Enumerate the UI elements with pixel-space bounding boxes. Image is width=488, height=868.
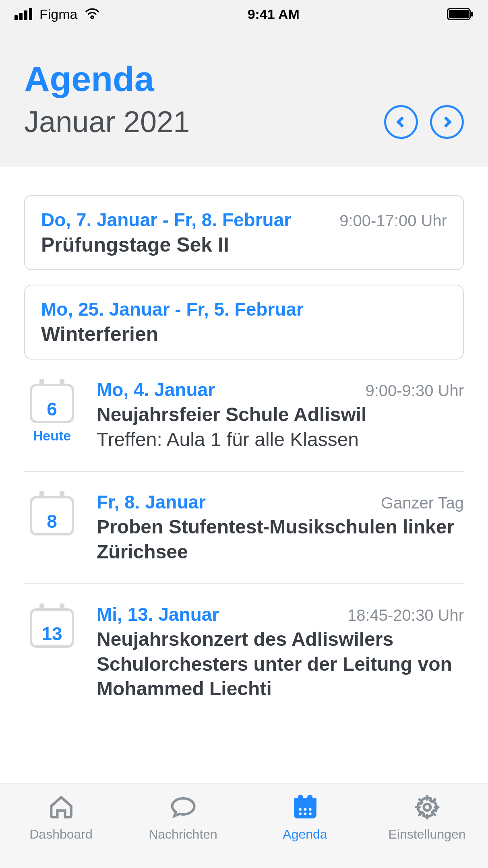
gear-icon bbox=[413, 794, 441, 822]
svg-rect-6 bbox=[308, 796, 311, 802]
chevron-left-icon bbox=[394, 115, 408, 129]
month-label: Januar 2021 bbox=[24, 105, 190, 139]
home-icon bbox=[47, 794, 75, 822]
banner-event-date: Mo, 25. Januar - Fr, 5. Februar bbox=[41, 298, 304, 320]
svg-rect-2 bbox=[471, 12, 473, 17]
calendar-day-icon: 8 bbox=[30, 491, 74, 535]
calendar-day-number: 6 bbox=[30, 398, 74, 420]
event-title: Neujahrskonzert des Adliswilers Schulorc… bbox=[97, 627, 464, 701]
page-title: Agenda bbox=[24, 60, 464, 97]
tab-messages[interactable]: Nachrichten bbox=[122, 794, 244, 868]
event-time: 18:45-20:30 Uhr bbox=[347, 606, 464, 624]
content-area: Do, 7. Januar - Fr, 8. Februar 9:00-17:0… bbox=[0, 167, 488, 720]
svg-point-12 bbox=[309, 812, 312, 815]
svg-point-7 bbox=[299, 808, 302, 811]
calendar-day-icon: 13 bbox=[30, 603, 74, 648]
calendar-icon bbox=[291, 794, 319, 822]
tab-bar: Dashboard Nachrichten bbox=[0, 783, 488, 868]
event-time: Ganzer Tag bbox=[381, 494, 464, 512]
banner-event-title: Winterferien bbox=[41, 322, 447, 346]
banner-event-card[interactable]: Mo, 25. Januar - Fr, 5. Februar Winterfe… bbox=[24, 285, 464, 360]
tab-dashboard[interactable]: Dashboard bbox=[0, 794, 122, 868]
calendar-day-icon: 6 bbox=[30, 379, 74, 423]
prev-month-button[interactable] bbox=[384, 105, 418, 139]
svg-point-10 bbox=[299, 812, 302, 815]
svg-point-8 bbox=[304, 808, 306, 811]
cellular-signal-icon bbox=[14, 8, 32, 20]
chevron-right-icon bbox=[440, 115, 454, 129]
event-row[interactable]: 8 Fr, 8. Januar Ganzer Tag Proben Stufen… bbox=[24, 471, 464, 583]
banner-event-date: Do, 7. Januar - Fr, 8. Februar bbox=[41, 209, 291, 231]
svg-point-13 bbox=[424, 804, 430, 811]
status-bar: Figma 9:41 AM bbox=[0, 0, 488, 28]
tab-label: Agenda bbox=[283, 827, 327, 842]
svg-point-9 bbox=[309, 808, 312, 811]
tab-settings[interactable]: Einstellungen bbox=[366, 794, 488, 868]
event-time: 9:00-9:30 Uhr bbox=[365, 382, 464, 400]
calendar-day-label: Heute bbox=[24, 428, 80, 444]
event-date: Mi, 13. Januar bbox=[97, 603, 219, 625]
chat-icon bbox=[169, 794, 197, 822]
calendar-day-number: 13 bbox=[30, 623, 74, 645]
svg-rect-1 bbox=[449, 10, 469, 19]
event-date: Fr, 8. Januar bbox=[97, 491, 206, 513]
next-month-button[interactable] bbox=[430, 105, 464, 139]
tab-agenda[interactable]: Agenda bbox=[244, 794, 366, 868]
banner-event-card[interactable]: Do, 7. Januar - Fr, 8. Februar 9:00-17:0… bbox=[24, 195, 464, 270]
event-title: Neujahrsfeier Schule Adliswil bbox=[97, 402, 464, 427]
event-row[interactable]: 6 Heute Mo, 4. Januar 9:00-9:30 Uhr Neuj… bbox=[24, 374, 464, 471]
event-list: 6 Heute Mo, 4. Januar 9:00-9:30 Uhr Neuj… bbox=[24, 374, 464, 720]
svg-rect-5 bbox=[299, 796, 302, 802]
calendar-day-number: 8 bbox=[30, 510, 74, 532]
banner-event-title: Prüfungstage Sek II bbox=[41, 233, 447, 256]
event-description: Treffen: Aula 1 für alle Klassen bbox=[97, 427, 464, 452]
tab-label: Einstellungen bbox=[388, 827, 465, 842]
svg-point-11 bbox=[304, 812, 306, 815]
tab-label: Dashboard bbox=[29, 827, 93, 842]
event-date: Mo, 4. Januar bbox=[97, 379, 215, 401]
page-header: Agenda Januar 2021 bbox=[0, 28, 488, 167]
banner-event-time: 9:00-17:00 Uhr bbox=[339, 212, 447, 230]
carrier-label: Figma bbox=[39, 6, 77, 22]
battery-icon bbox=[447, 8, 474, 20]
wifi-icon bbox=[85, 8, 100, 20]
event-row[interactable]: 13 Mi, 13. Januar 18:45-20:30 Uhr Neujah… bbox=[24, 583, 464, 720]
tab-label: Nachrichten bbox=[149, 827, 217, 842]
event-title: Proben Stufentest-Musikschulen linker Zü… bbox=[97, 515, 464, 564]
clock-label: 9:41 AM bbox=[248, 6, 300, 22]
